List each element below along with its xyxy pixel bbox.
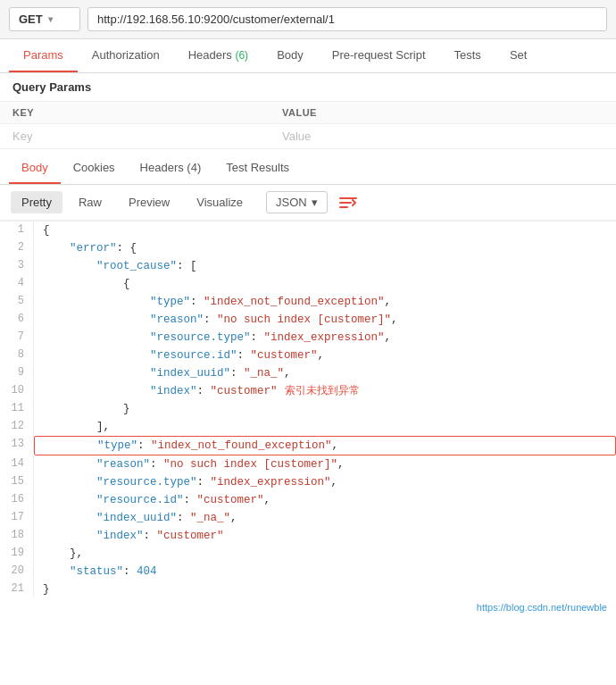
response-tab-cookies-label: Cookies bbox=[73, 161, 115, 174]
code-line: 18 "index": "customer" bbox=[0, 527, 616, 545]
response-tab-body[interactable]: Body bbox=[9, 153, 61, 184]
watermark: https://blog.csdn.net/runewble bbox=[0, 598, 616, 616]
tab-params[interactable]: Params bbox=[9, 39, 78, 72]
line-number: 5 bbox=[0, 293, 34, 310]
line-number: 7 bbox=[0, 329, 34, 346]
line-content: ], bbox=[34, 418, 616, 436]
line-number: 16 bbox=[0, 491, 34, 508]
line-number: 4 bbox=[0, 275, 34, 292]
request-tabs-bar: Params Authorization Headers (6) Body Pr… bbox=[0, 39, 616, 73]
code-line: 1{ bbox=[0, 221, 616, 239]
line-content: "root_cause": [ bbox=[34, 257, 616, 275]
tab-set[interactable]: Set bbox=[495, 39, 542, 72]
line-annotation: 索引未找到异常 bbox=[285, 385, 360, 397]
line-number: 19 bbox=[0, 545, 34, 562]
line-number: 2 bbox=[0, 239, 34, 256]
method-select[interactable]: GET ▾ bbox=[9, 7, 80, 31]
line-content: "reason": "no such index [customer]", bbox=[34, 311, 616, 329]
line-number: 12 bbox=[0, 418, 34, 435]
line-content: "resource.id": "customer", bbox=[34, 347, 616, 364]
code-line: 13 "type": "index_not_found_exception", bbox=[0, 436, 616, 455]
code-line: 19 }, bbox=[0, 545, 616, 563]
line-number: 20 bbox=[0, 563, 34, 580]
tab-headers[interactable]: Headers (6) bbox=[174, 39, 262, 72]
format-label: JSON bbox=[276, 196, 307, 209]
line-content: "type": "index_not_found_exception", bbox=[34, 293, 616, 311]
line-content: "index": "customer" bbox=[34, 527, 616, 545]
code-line: 21} bbox=[0, 581, 616, 598]
format-select[interactable]: JSON ▾ bbox=[266, 191, 328, 213]
line-content: { bbox=[34, 221, 616, 239]
tab-tests-label: Tests bbox=[454, 48, 481, 62]
line-number: 13 bbox=[0, 436, 34, 453]
code-line: 17 "index_uuid": "_na_", bbox=[0, 509, 616, 527]
line-number: 11 bbox=[0, 400, 34, 417]
url-input[interactable] bbox=[87, 7, 607, 31]
line-content: "resource.id": "customer", bbox=[34, 491, 616, 509]
watermark-text: https://blog.csdn.net/runewble bbox=[477, 602, 607, 613]
line-number: 21 bbox=[0, 581, 34, 597]
response-code-block: 1{2 "error": {3 "root_cause": [4 {5 "typ… bbox=[0, 221, 616, 598]
params-empty-row: Key Value bbox=[0, 124, 616, 149]
fmt-visualize[interactable]: Visualize bbox=[186, 191, 254, 213]
tab-tests[interactable]: Tests bbox=[440, 39, 495, 72]
line-number: 3 bbox=[0, 257, 34, 274]
line-content: { bbox=[34, 275, 616, 293]
code-line: 16 "resource.id": "customer", bbox=[0, 491, 616, 509]
code-line: 4 { bbox=[0, 275, 616, 293]
line-number: 8 bbox=[0, 347, 34, 363]
tab-params-label: Params bbox=[23, 48, 63, 62]
response-tab-body-label: Body bbox=[21, 161, 48, 174]
wrap-icon[interactable] bbox=[338, 195, 358, 211]
tab-body[interactable]: Body bbox=[262, 39, 318, 72]
col-value: VALUE bbox=[270, 102, 616, 124]
key-placeholder[interactable]: Key bbox=[0, 124, 270, 149]
line-content: "type": "index_not_found_exception", bbox=[34, 436, 616, 455]
code-line: 14 "reason": "no such index [customer]", bbox=[0, 455, 616, 473]
code-line: 3 "root_cause": [ bbox=[0, 257, 616, 275]
line-content: "index_uuid": "_na_", bbox=[34, 364, 616, 382]
tab-set-label: Set bbox=[510, 48, 528, 62]
code-line: 20 "status": 404 bbox=[0, 563, 616, 581]
method-label: GET bbox=[19, 13, 43, 26]
code-line: 15 "resource.type": "index_expression", bbox=[0, 473, 616, 491]
tab-authorization[interactable]: Authorization bbox=[78, 39, 174, 72]
method-dropdown-arrow: ▾ bbox=[48, 14, 53, 24]
col-key: KEY bbox=[0, 102, 270, 124]
response-tab-cookies[interactable]: Cookies bbox=[61, 153, 128, 184]
line-number: 18 bbox=[0, 527, 34, 544]
response-tab-headers[interactable]: Headers (4) bbox=[128, 153, 214, 184]
line-number: 6 bbox=[0, 311, 34, 328]
line-content: "resource.type": "index_expression", bbox=[34, 473, 616, 491]
line-number: 17 bbox=[0, 509, 34, 526]
line-content: "index_uuid": "_na_", bbox=[34, 509, 616, 527]
code-line: 2 "error": { bbox=[0, 239, 616, 257]
fmt-pretty[interactable]: Pretty bbox=[11, 191, 62, 213]
tab-prerequest[interactable]: Pre-request Script bbox=[318, 39, 440, 72]
line-content: "error": { bbox=[34, 239, 616, 257]
fmt-raw[interactable]: Raw bbox=[68, 191, 112, 213]
line-content: "resource.type": "index_expression", bbox=[34, 329, 616, 347]
tab-authorization-label: Authorization bbox=[92, 48, 160, 62]
response-tab-testresults[interactable]: Test Results bbox=[213, 153, 302, 184]
code-line: 6 "reason": "no such index [customer]", bbox=[0, 311, 616, 329]
params-table: KEY VALUE Key Value bbox=[0, 101, 616, 149]
code-line: 9 "index_uuid": "_na_", bbox=[0, 364, 616, 382]
code-line: 12 ], bbox=[0, 418, 616, 436]
code-line: 11 } bbox=[0, 400, 616, 418]
response-tab-testresults-label: Test Results bbox=[226, 161, 289, 174]
line-content: } bbox=[34, 581, 616, 598]
tab-headers-label: Headers bbox=[188, 48, 232, 62]
fmt-preview[interactable]: Preview bbox=[118, 191, 180, 213]
value-placeholder[interactable]: Value bbox=[270, 124, 616, 149]
line-number: 15 bbox=[0, 473, 34, 490]
response-tab-headers-label: Headers (4) bbox=[140, 161, 202, 174]
tab-headers-badge: (6) bbox=[235, 49, 248, 62]
line-content: } bbox=[34, 400, 616, 418]
query-params-label: Query Params bbox=[12, 80, 91, 94]
line-content: }, bbox=[34, 545, 616, 563]
format-arrow: ▾ bbox=[312, 196, 318, 209]
code-line: 5 "type": "index_not_found_exception", bbox=[0, 293, 616, 311]
line-content: "reason": "no such index [customer]", bbox=[34, 455, 616, 473]
code-line: 7 "resource.type": "index_expression", bbox=[0, 329, 616, 347]
